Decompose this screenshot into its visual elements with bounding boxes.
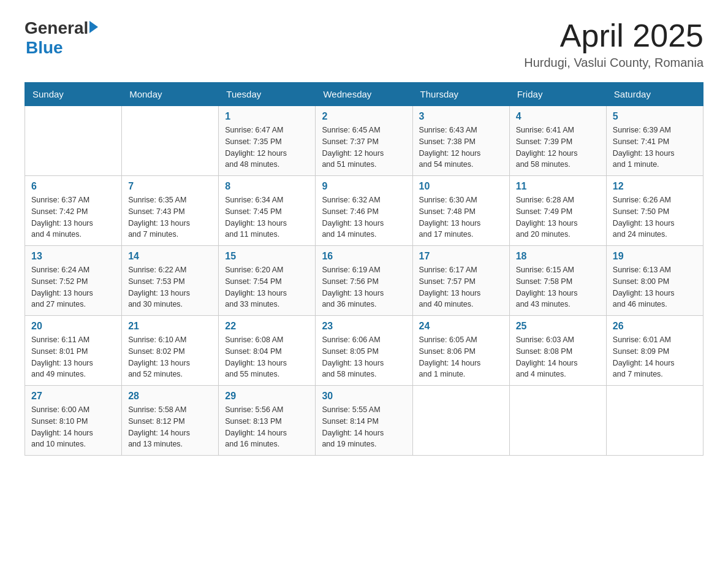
day-number: 15 — [225, 251, 309, 262]
calendar-subtitle: Hurdugi, Vaslui County, Romania — [524, 56, 703, 70]
table-row: 15Sunrise: 6:20 AMSunset: 7:54 PMDayligh… — [219, 246, 316, 316]
header-sunday: Sunday — [25, 83, 122, 106]
day-info: Sunrise: 6:01 AMSunset: 8:09 PMDaylight:… — [613, 334, 697, 380]
table-row: 18Sunrise: 6:15 AMSunset: 7:58 PMDayligh… — [509, 246, 606, 316]
table-row — [25, 106, 122, 176]
table-row: 8Sunrise: 6:34 AMSunset: 7:45 PMDaylight… — [219, 176, 316, 246]
day-info: Sunrise: 6:26 AMSunset: 7:50 PMDaylight:… — [613, 194, 697, 240]
day-number: 27 — [31, 391, 115, 402]
logo: General Blue — [25, 18, 98, 58]
day-number: 25 — [516, 321, 600, 332]
table-row — [412, 386, 509, 456]
day-number: 3 — [419, 111, 503, 122]
table-row: 29Sunrise: 5:56 AMSunset: 8:13 PMDayligh… — [219, 386, 316, 456]
day-number: 29 — [225, 391, 309, 402]
table-row: 25Sunrise: 6:03 AMSunset: 8:08 PMDayligh… — [509, 316, 606, 386]
day-info: Sunrise: 6:30 AMSunset: 7:48 PMDaylight:… — [419, 194, 503, 240]
title-section: April 2025 Hurdugi, Vaslui County, Roman… — [524, 18, 703, 70]
day-info: Sunrise: 6:13 AMSunset: 8:00 PMDaylight:… — [613, 264, 697, 310]
table-row: 5Sunrise: 6:39 AMSunset: 7:41 PMDaylight… — [606, 106, 703, 176]
day-info: Sunrise: 6:17 AMSunset: 7:57 PMDaylight:… — [419, 264, 503, 310]
day-info: Sunrise: 5:58 AMSunset: 8:12 PMDaylight:… — [128, 404, 212, 450]
table-row — [509, 386, 606, 456]
day-info: Sunrise: 6:19 AMSunset: 7:56 PMDaylight:… — [322, 264, 406, 310]
logo-text-general: General — [25, 18, 88, 38]
day-number: 23 — [322, 321, 406, 332]
day-info: Sunrise: 6:05 AMSunset: 8:06 PMDaylight:… — [419, 334, 503, 380]
table-row: 26Sunrise: 6:01 AMSunset: 8:09 PMDayligh… — [606, 316, 703, 386]
day-info: Sunrise: 6:47 AMSunset: 7:35 PMDaylight:… — [225, 124, 309, 170]
logo-text-blue: Blue — [26, 38, 98, 58]
table-row: 19Sunrise: 6:13 AMSunset: 8:00 PMDayligh… — [606, 246, 703, 316]
logo-arrow-icon — [89, 21, 98, 33]
day-number: 9 — [322, 181, 406, 192]
page-header: General Blue April 2025 Hurdugi, Vaslui … — [25, 18, 703, 70]
day-info: Sunrise: 6:45 AMSunset: 7:37 PMDaylight:… — [322, 124, 406, 170]
table-row: 12Sunrise: 6:26 AMSunset: 7:50 PMDayligh… — [606, 176, 703, 246]
table-row: 4Sunrise: 6:41 AMSunset: 7:39 PMDaylight… — [509, 106, 606, 176]
day-info: Sunrise: 6:41 AMSunset: 7:39 PMDaylight:… — [516, 124, 600, 170]
header-tuesday: Tuesday — [219, 83, 316, 106]
table-row: 10Sunrise: 6:30 AMSunset: 7:48 PMDayligh… — [412, 176, 509, 246]
day-number: 22 — [225, 321, 309, 332]
table-row: 28Sunrise: 5:58 AMSunset: 8:12 PMDayligh… — [122, 386, 219, 456]
day-number: 28 — [128, 391, 212, 402]
day-info: Sunrise: 6:32 AMSunset: 7:46 PMDaylight:… — [322, 194, 406, 240]
day-info: Sunrise: 6:10 AMSunset: 8:02 PMDaylight:… — [128, 334, 212, 380]
day-number: 14 — [128, 251, 212, 262]
day-number: 12 — [613, 181, 697, 192]
table-row: 16Sunrise: 6:19 AMSunset: 7:56 PMDayligh… — [316, 246, 412, 316]
day-info: Sunrise: 6:06 AMSunset: 8:05 PMDaylight:… — [322, 334, 406, 380]
header-friday: Friday — [509, 83, 606, 106]
calendar-week-row: 27Sunrise: 6:00 AMSunset: 8:10 PMDayligh… — [25, 386, 703, 456]
calendar-title: April 2025 — [524, 18, 703, 53]
day-info: Sunrise: 6:43 AMSunset: 7:38 PMDaylight:… — [419, 124, 503, 170]
day-number: 24 — [419, 321, 503, 332]
calendar-week-row: 13Sunrise: 6:24 AMSunset: 7:52 PMDayligh… — [25, 246, 703, 316]
table-row: 1Sunrise: 6:47 AMSunset: 7:35 PMDaylight… — [219, 106, 316, 176]
day-info: Sunrise: 6:24 AMSunset: 7:52 PMDaylight:… — [31, 264, 115, 310]
header-wednesday: Wednesday — [316, 83, 412, 106]
day-info: Sunrise: 6:34 AMSunset: 7:45 PMDaylight:… — [225, 194, 309, 240]
table-row: 23Sunrise: 6:06 AMSunset: 8:05 PMDayligh… — [316, 316, 412, 386]
table-row: 7Sunrise: 6:35 AMSunset: 7:43 PMDaylight… — [122, 176, 219, 246]
day-info: Sunrise: 6:03 AMSunset: 8:08 PMDaylight:… — [516, 334, 600, 380]
day-number: 19 — [613, 251, 697, 262]
day-info: Sunrise: 6:39 AMSunset: 7:41 PMDaylight:… — [613, 124, 697, 170]
table-row: 21Sunrise: 6:10 AMSunset: 8:02 PMDayligh… — [122, 316, 219, 386]
day-info: Sunrise: 6:37 AMSunset: 7:42 PMDaylight:… — [31, 194, 115, 240]
day-number: 26 — [613, 321, 697, 332]
table-row: 11Sunrise: 6:28 AMSunset: 7:49 PMDayligh… — [509, 176, 606, 246]
calendar-table: Sunday Monday Tuesday Wednesday Thursday… — [25, 82, 703, 456]
day-number: 10 — [419, 181, 503, 192]
day-info: Sunrise: 6:08 AMSunset: 8:04 PMDaylight:… — [225, 334, 309, 380]
day-number: 20 — [31, 321, 115, 332]
calendar-week-row: 20Sunrise: 6:11 AMSunset: 8:01 PMDayligh… — [25, 316, 703, 386]
table-row: 2Sunrise: 6:45 AMSunset: 7:37 PMDaylight… — [316, 106, 412, 176]
day-info: Sunrise: 6:35 AMSunset: 7:43 PMDaylight:… — [128, 194, 212, 240]
day-info: Sunrise: 5:56 AMSunset: 8:13 PMDaylight:… — [225, 404, 309, 450]
day-number: 16 — [322, 251, 406, 262]
day-info: Sunrise: 6:22 AMSunset: 7:53 PMDaylight:… — [128, 264, 212, 310]
table-row: 3Sunrise: 6:43 AMSunset: 7:38 PMDaylight… — [412, 106, 509, 176]
table-row — [122, 106, 219, 176]
day-info: Sunrise: 6:20 AMSunset: 7:54 PMDaylight:… — [225, 264, 309, 310]
header-monday: Monday — [122, 83, 219, 106]
calendar-header-row: Sunday Monday Tuesday Wednesday Thursday… — [25, 83, 703, 106]
header-thursday: Thursday — [412, 83, 509, 106]
day-number: 30 — [322, 391, 406, 402]
day-number: 17 — [419, 251, 503, 262]
day-info: Sunrise: 6:00 AMSunset: 8:10 PMDaylight:… — [31, 404, 115, 450]
table-row: 17Sunrise: 6:17 AMSunset: 7:57 PMDayligh… — [412, 246, 509, 316]
day-number: 4 — [516, 111, 600, 122]
table-row: 30Sunrise: 5:55 AMSunset: 8:14 PMDayligh… — [316, 386, 412, 456]
day-number: 21 — [128, 321, 212, 332]
day-number: 6 — [31, 181, 115, 192]
calendar-week-row: 6Sunrise: 6:37 AMSunset: 7:42 PMDaylight… — [25, 176, 703, 246]
table-row: 13Sunrise: 6:24 AMSunset: 7:52 PMDayligh… — [25, 246, 122, 316]
day-number: 8 — [225, 181, 309, 192]
header-saturday: Saturday — [606, 83, 703, 106]
table-row: 9Sunrise: 6:32 AMSunset: 7:46 PMDaylight… — [316, 176, 412, 246]
table-row: 22Sunrise: 6:08 AMSunset: 8:04 PMDayligh… — [219, 316, 316, 386]
table-row: 6Sunrise: 6:37 AMSunset: 7:42 PMDaylight… — [25, 176, 122, 246]
